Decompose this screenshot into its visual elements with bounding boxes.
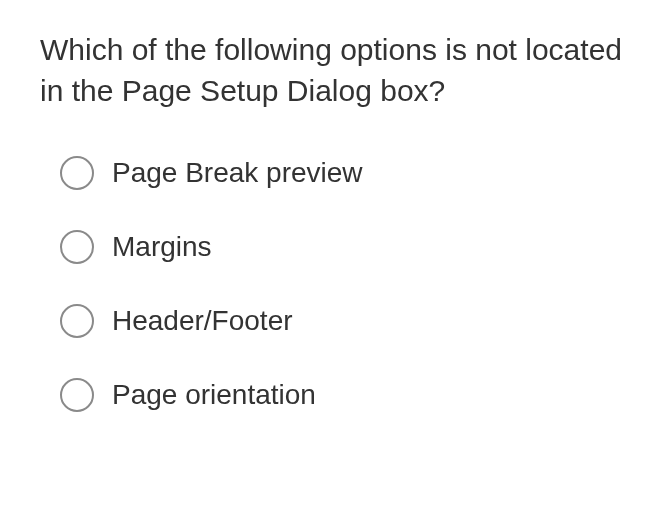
option-row-0[interactable]: Page Break preview	[60, 156, 629, 190]
option-label: Margins	[112, 231, 212, 263]
question-text: Which of the following options is not lo…	[40, 30, 629, 111]
option-row-3[interactable]: Page orientation	[60, 378, 629, 412]
option-row-2[interactable]: Header/Footer	[60, 304, 629, 338]
option-label: Header/Footer	[112, 305, 293, 337]
radio-icon	[60, 156, 94, 190]
option-row-1[interactable]: Margins	[60, 230, 629, 264]
radio-icon	[60, 378, 94, 412]
option-label: Page Break preview	[112, 157, 363, 189]
radio-icon	[60, 304, 94, 338]
radio-icon	[60, 230, 94, 264]
option-label: Page orientation	[112, 379, 316, 411]
options-list: Page Break preview Margins Header/Footer…	[40, 156, 629, 412]
